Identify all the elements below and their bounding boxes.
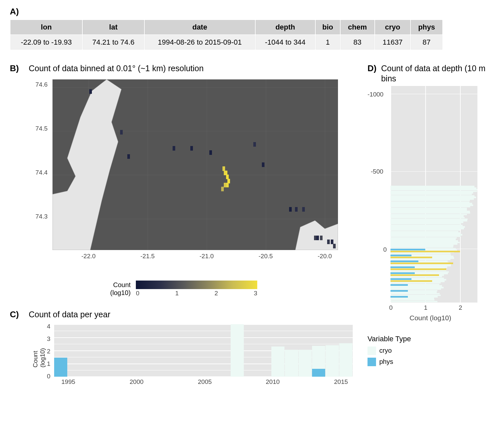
bar-cryo [390,220,467,221]
bar-cryo [390,298,434,299]
bar-chem [390,257,432,258]
bar-cryo [231,324,244,377]
bar-cryo [390,223,461,225]
bar-cryo [390,232,460,234]
bar-cryo [390,200,470,201]
heat-cell [190,146,193,151]
panel-d-area [390,86,477,303]
map-panel [52,79,338,250]
bar-cryo [390,226,465,228]
bar-cryo [390,282,441,284]
th-phys: phys [411,20,442,34]
xtick: -20.0 [318,253,332,260]
bar-chem [390,280,432,282]
th-date: date [145,20,255,34]
bar-phys [54,358,67,377]
heat-cell [327,240,330,244]
panel-b-title: Count of data binned at 0.01° (~1 km) re… [29,64,203,73]
bar-cryo [390,212,470,214]
td-lon: -22.09 to -19.93 [10,35,82,50]
bar-cryo [390,187,476,189]
bar-phys [390,261,418,262]
land-shapes [52,79,338,250]
bar-cryo [390,219,468,220]
colorbar-title: Count (log10) [110,281,131,297]
bar-chem [390,274,439,276]
xtick: -20.5 [259,253,273,260]
table-header-row: lon lat date depth bio chem cryo phys [10,20,442,34]
panel-d-label: D) [368,63,376,74]
bar-cryo [390,198,474,200]
td-bio: 1 [316,35,340,50]
bar-cryo [390,237,457,239]
ytick: 0 [383,246,387,253]
heat-cell [173,146,175,151]
bar-cryo [390,287,444,288]
bar-phys [390,290,408,292]
ytick: 1 [47,360,51,368]
bar-cryo [390,231,458,233]
heat-cell [320,236,323,240]
ytick: 74.3 [35,213,48,220]
xtick: 2010 [266,378,280,386]
bar-cryo [390,217,465,219]
heat-cell [224,183,226,187]
ytick: 0 [47,373,51,380]
bar-cryo [390,208,467,209]
bar-cryo [390,197,476,198]
th-lon: lon [10,20,82,34]
bar-cryo [390,195,474,197]
td-lat: 74.21 to 74.6 [83,35,144,50]
bar-cryo [390,253,451,254]
heat-cell [221,187,224,191]
bar-cryo [390,229,460,231]
heat-cell [302,207,305,212]
bar-phys [390,284,408,286]
bar-cryo [390,301,437,303]
heat-cell [253,142,256,147]
th-bio: bio [316,20,340,34]
legend: Variable Type cryo phys [368,335,486,366]
swatch-cryo [368,346,376,355]
bar-chem [390,251,460,252]
svg-marker-0 [52,79,121,250]
bar-cryo [390,246,453,248]
td-cryo: 11637 [375,35,410,50]
xtick: -21.0 [200,253,214,260]
bar-phys [390,266,415,268]
bar-cryo [390,191,477,192]
heat-cell [333,244,336,248]
ytick: -500 [371,168,383,175]
bar-chem [390,268,446,270]
panel-c: C) Count of data per year Count(log10) 0… [10,309,358,387]
heat-cell [316,236,319,240]
bar-cryo [390,194,472,195]
xtick: 2 [459,304,462,311]
map-plot: 74.6 74.5 74.4 74.3 -22.0 [35,76,357,271]
bar-cryo [390,189,477,191]
heat-cell [127,154,130,159]
bar-cryo [390,221,463,223]
panel-a: A) lon lat date depth bio chem cryo phys… [10,7,494,50]
bar-cryo [390,201,470,203]
panel-b-label: B) [10,63,19,74]
heat-cell [120,130,123,135]
bar-cryo [390,192,473,194]
panel-c-area [54,324,353,377]
bar-cryo [390,186,474,187]
legend-item-cryo: cryo [368,346,486,355]
bar-phys [390,249,425,250]
bar-cryo [390,291,437,293]
th-chem: chem [341,20,374,34]
bar-cryo [390,245,453,246]
panel-c-plot: Count(log10) 0 1 2 3 4 1995 2000 2005 20… [31,324,356,387]
xtick: 0 [389,304,393,311]
bar-cryo [271,346,284,377]
bar-phys [390,272,415,274]
bar-cryo [390,270,446,271]
bar-cryo [390,225,463,226]
bar-phys [390,296,408,298]
th-depth: depth [256,20,315,34]
td-date: 1994-08-26 to 2015-09-01 [145,35,255,50]
bar-cryo [390,204,473,206]
